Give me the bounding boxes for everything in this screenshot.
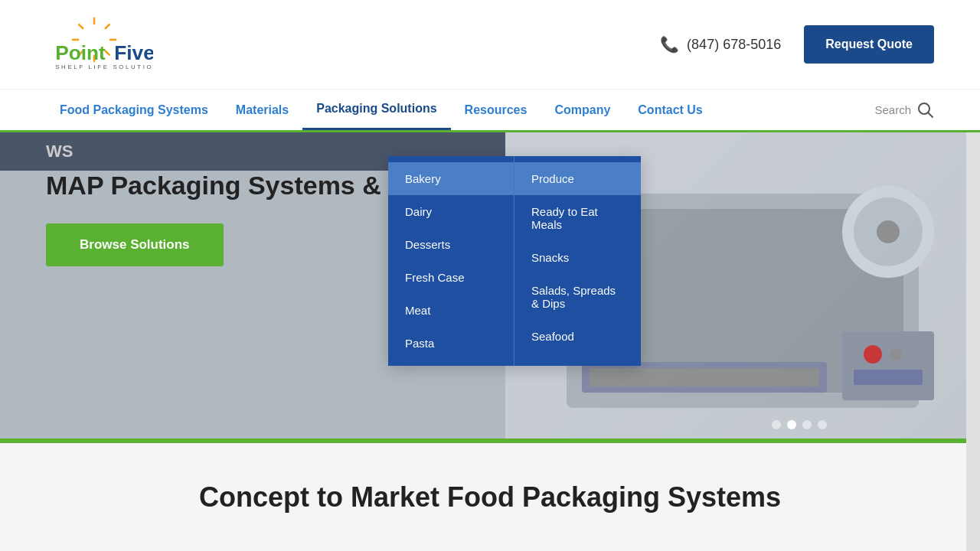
dropdown-col-2: Produce Ready to Eat Meals Snacks Salads… [514,156,641,366]
dropdown-item-fresh-case[interactable]: Fresh Case [388,261,514,294]
svg-point-20 [864,345,882,364]
header-right: 📞 (847) 678-5016 Request Quote [660,25,934,64]
nav-materials[interactable]: Materials [222,91,302,129]
carousel-dot-1[interactable] [772,420,781,429]
dropdown-item-dairy[interactable]: Dairy [388,195,514,228]
dropdown-item-desserts[interactable]: Desserts [388,228,514,261]
svg-text:Five: Five [114,41,153,64]
svg-line-1 [106,24,109,28]
phone-icon: 📞 [660,35,679,54]
dropdown-item-produce[interactable]: Produce [514,162,641,195]
svg-rect-24 [590,368,819,386]
phone-area[interactable]: 📞 (847) 678-5016 [660,35,781,54]
dropdown-item-salads[interactable]: Salads, Spreads & Dips [514,274,641,320]
nav-resources[interactable]: Resources [451,91,541,129]
search-icon[interactable] [917,102,934,119]
dropdown-item-snacks[interactable]: Snacks [514,241,641,274]
dropdown-item-pasta[interactable]: Pasta [388,327,514,360]
carousel-dot-3[interactable] [802,420,812,429]
bottom-section: Concept to Market Food Packaging Systems [0,443,980,551]
svg-point-21 [890,348,902,360]
nav-food-packaging[interactable]: Food Packaging Systems [46,91,222,129]
site-header: Point Five SHELF LIFE SOLUTIONS 📞 (847) … [0,0,980,90]
carousel-dots [772,420,827,429]
svg-line-12 [928,112,933,117]
logo[interactable]: Point Five SHELF LIFE SOLUTIONS [46,14,153,75]
svg-rect-22 [854,370,923,385]
dropdown-item-ready-to-eat[interactable]: Ready to Eat Meals [514,195,641,241]
nav-company[interactable]: Company [541,91,624,129]
svg-line-7 [79,24,83,28]
dropdown-col-1: Bakery Dairy Desserts Fresh Case Meat Pa… [388,156,514,366]
search-label: Search [874,103,911,116]
svg-line-3 [106,51,109,55]
main-nav: Food Packaging Systems Materials Packagi… [0,90,980,132]
bottom-title: Concept to Market Food Packaging Systems [46,481,934,514]
phone-number: (847) 678-5016 [687,37,781,53]
request-quote-button[interactable]: Request Quote [804,25,934,64]
carousel-dot-2[interactable] [787,420,796,429]
search-area[interactable]: Search [874,102,934,119]
dropdown-menu: Bakery Dairy Desserts Fresh Case Meat Pa… [388,156,641,366]
dropdown-item-meat[interactable]: Meat [388,294,514,327]
nav-packaging-solutions[interactable]: Packaging Solutions [302,90,450,130]
browse-solutions-button[interactable]: Browse Solutions [46,223,224,266]
svg-text:SHELF LIFE SOLUTIONS: SHELF LIFE SOLUTIONS [55,64,153,70]
svg-rect-19 [842,331,934,400]
svg-text:Point: Point [55,41,106,64]
svg-point-18 [877,220,900,243]
nav-contact-us[interactable]: Contact Us [624,91,716,129]
dropdown-item-bakery[interactable]: Bakery [388,162,514,195]
dropdown-item-seafood[interactable]: Seafood [514,320,641,353]
carousel-dot-4[interactable] [818,420,827,429]
